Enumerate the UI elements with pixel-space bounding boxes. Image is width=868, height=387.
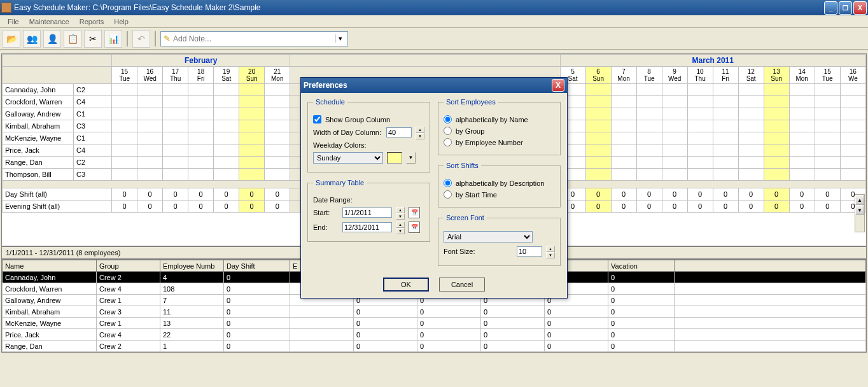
sort-shifts-time-radio[interactable]: [444, 190, 452, 199]
summary-legend: Summary Table: [313, 179, 367, 186]
undo-icon[interactable]: ↶: [132, 30, 150, 48]
employee-name: Price, Jack: [3, 144, 74, 157]
sort-emp-group-radio[interactable]: [444, 127, 452, 135]
open-icon[interactable]: 📂: [3, 30, 20, 48]
day-header: 12Sat: [738, 67, 764, 84]
preferences-dialog: Preferences X Schedule Show Group Column…: [300, 77, 568, 299]
weekday-select[interactable]: Sunday: [313, 152, 383, 164]
end-calendar-icon[interactable]: 📅: [409, 222, 420, 233]
month-header-row: February March 2011: [3, 55, 866, 67]
day-header: 16We: [840, 67, 865, 84]
summary-row[interactable]: McKenzie, WayneCrew 113000000: [3, 318, 866, 329]
employee-group: C3: [74, 169, 112, 181]
summary-row[interactable]: Price, JackCrew 422000000: [3, 329, 866, 341]
day-header: 8Tue: [636, 67, 662, 84]
dialog-titlebar: Preferences X: [301, 78, 567, 93]
end-spinner[interactable]: ▲▼: [396, 222, 405, 233]
color-swatch: [387, 152, 402, 164]
summary-col-header[interactable]: Day Shift: [224, 260, 290, 272]
add-note-input[interactable]: [173, 34, 335, 43]
summary-table-fieldset: Summary Table Date Range: Start: ▲▼ 📅 En…: [307, 179, 430, 242]
dialog-title: Preferences: [304, 81, 552, 90]
employee-group: C2: [74, 157, 112, 169]
sort-emp-number-radio[interactable]: [444, 138, 452, 146]
pencil-icon: ✎: [164, 34, 171, 43]
employee-group: C2: [74, 84, 112, 96]
people-icon[interactable]: 👥: [23, 30, 41, 48]
menu-maintenance[interactable]: Maintenance: [24, 17, 74, 27]
menu-file[interactable]: File: [3, 17, 24, 27]
app-icon: [1, 3, 11, 13]
day-header: 11Fri: [713, 67, 738, 84]
menu-help[interactable]: Help: [109, 17, 134, 27]
color-dropdown[interactable]: ▼: [406, 152, 416, 164]
sort-employees-fieldset: Sort Employees alphabetically by Name by…: [438, 98, 561, 155]
width-label: Width of Day Column:: [313, 129, 382, 136]
day-header: 17Thu: [163, 67, 188, 84]
dialog-close-button[interactable]: X: [552, 79, 564, 92]
sort-shifts-fieldset: Sort Shifts alphabetically by Descriptio…: [438, 162, 561, 208]
close-button[interactable]: X: [853, 1, 867, 15]
font-size-label: Font Size:: [444, 248, 513, 255]
minimize-button[interactable]: _: [824, 1, 837, 15]
summary-row[interactable]: Kimball, AbrahamCrew 311000000: [3, 306, 866, 318]
employee-name: Crockford, Warren: [3, 96, 74, 108]
employee-group: C1: [74, 108, 112, 120]
separator: [155, 31, 156, 46]
summary-col-header[interactable]: Vacation: [608, 260, 675, 272]
employee-group: C3: [74, 120, 112, 132]
day-header: 14Mon: [789, 67, 815, 84]
width-input[interactable]: [386, 127, 412, 137]
cancel-button[interactable]: Cancel: [439, 278, 485, 292]
menu-reports[interactable]: Reports: [74, 17, 109, 27]
day-header: 20Sun: [239, 67, 265, 84]
end-date-input[interactable]: [342, 222, 392, 232]
summary-col-header[interactable]: Group: [97, 260, 160, 272]
date-range-label: Date Range:: [313, 196, 353, 204]
show-group-label: Show Group Column: [325, 116, 390, 123]
font-select[interactable]: Arial: [444, 231, 533, 243]
schedule-legend: Schedule: [313, 98, 347, 106]
scroll-up-icon[interactable]: ▲: [855, 195, 864, 205]
start-label: Start:: [313, 209, 339, 216]
shift-name: Day Shift (all): [3, 188, 112, 201]
sort-emp-name-radio[interactable]: [444, 115, 452, 123]
schedule-fieldset: Schedule Show Group Column Width of Day …: [307, 98, 430, 172]
scissors-icon[interactable]: ✂: [84, 30, 102, 48]
day-header: 10Thu: [687, 67, 713, 84]
ok-button[interactable]: OK: [383, 278, 429, 292]
show-group-checkbox[interactable]: [313, 115, 321, 123]
employee-name: McKenzie, Wayne: [3, 132, 74, 144]
start-spinner[interactable]: ▲▼: [396, 207, 405, 218]
sort-shifts-desc-radio[interactable]: [444, 179, 452, 187]
month-label: March 2011: [560, 55, 865, 67]
chart-icon[interactable]: 📊: [104, 30, 122, 48]
start-date-input[interactable]: [342, 208, 392, 218]
window-title: Easy Schedule Maker: C:\Program Files\Ea…: [14, 3, 823, 12]
summary-col-header[interactable]: Employee Numb: [160, 260, 224, 272]
width-spinner[interactable]: ▲▼: [416, 127, 424, 138]
end-label: End:: [313, 223, 339, 231]
day-header: 9Wed: [662, 67, 687, 84]
add-note-combo[interactable]: ✎ ▾: [160, 31, 348, 46]
dropdown-icon[interactable]: ▾: [335, 34, 345, 43]
maximize-button[interactable]: ❐: [839, 1, 852, 15]
scroll-down-icon[interactable]: ▼: [855, 205, 864, 215]
font-size-spinner[interactable]: ▲▼: [546, 246, 555, 257]
employee-group: C4: [74, 96, 112, 108]
shift-name: Evening Shift (all): [3, 201, 112, 213]
start-calendar-icon[interactable]: 📅: [409, 207, 420, 218]
person-icon[interactable]: 👤: [43, 30, 61, 48]
menu-bar: File Maintenance Reports Help: [0, 15, 868, 28]
font-legend: Screen Font: [444, 214, 487, 222]
employee-name: Thompson, Bill: [3, 169, 74, 181]
day-header: 7Mon: [611, 67, 636, 84]
employee-group: C4: [74, 144, 112, 157]
employee-name: Kimball, Abraham: [3, 120, 74, 132]
clipboard-icon[interactable]: 📋: [64, 30, 81, 48]
vertical-scrollbar[interactable]: ▲ ▼: [855, 194, 865, 232]
summary-col-header[interactable]: Name: [3, 260, 97, 272]
font-size-input[interactable]: [517, 246, 542, 257]
day-header: 15Tue: [112, 67, 137, 84]
summary-row[interactable]: Range, DanCrew 21000000: [3, 341, 866, 352]
